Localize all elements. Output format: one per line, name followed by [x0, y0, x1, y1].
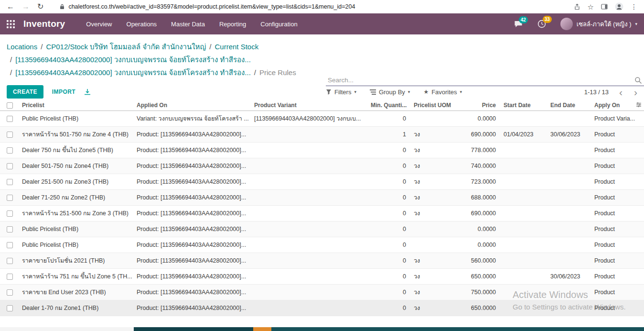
optional-columns-toggle-icon[interactable] [635, 102, 644, 111]
cell-min-quantity[interactable]: 0 [367, 158, 410, 174]
cell-price[interactable]: 740.0000 [456, 158, 500, 174]
cell-start-date[interactable] [500, 111, 547, 127]
cell-pricelist[interactable]: Public Pricelist (THB) [18, 111, 133, 127]
pager-previous-icon[interactable]: ‹ [619, 87, 623, 97]
row-checkbox[interactable] [7, 289, 13, 296]
table-row[interactable]: ราคาหน้าร้าน 501-750 กม Zone 4 (THB) Pro… [0, 127, 644, 143]
cell-end-date[interactable] [547, 300, 590, 316]
select-all-cell[interactable] [0, 102, 18, 111]
cell-end-date[interactable] [547, 174, 590, 190]
cell-apply-on[interactable]: Product [590, 174, 635, 190]
cell-apply-on[interactable]: Product [590, 253, 635, 269]
cell-applied-on[interactable]: Product: [113596694403AA428002000]... [133, 174, 250, 190]
cell-start-date[interactable] [500, 221, 547, 237]
cell-start-date[interactable] [500, 237, 547, 253]
row-checkbox-cell[interactable] [0, 158, 18, 174]
address-bar[interactable]: chaletforest.co.th/web#active_id=83597&m… [51, 3, 566, 10]
cell-start-date[interactable] [500, 174, 547, 190]
cell-price[interactable]: 650.0000 [456, 269, 500, 285]
cell-applied-on[interactable]: Product: [113596694403AA428002000]... [133, 253, 250, 269]
cell-apply-on[interactable]: Product [590, 206, 635, 221]
cell-price[interactable]: 0.0000 [456, 237, 500, 253]
row-checkbox-cell[interactable] [0, 190, 18, 206]
cell-applied-on[interactable]: Product: [113596694403AA428002000]... [133, 158, 250, 174]
browser-back-icon[interactable]: ← [7, 3, 14, 11]
cell-pricelist-uom[interactable]: วง [410, 206, 456, 221]
browser-menu-dots-icon[interactable]: ⋮ [631, 3, 637, 10]
cell-applied-on[interactable]: Product: [113596694403AA428002000]... [133, 190, 250, 206]
row-checkbox[interactable] [7, 226, 13, 232]
cell-applied-on[interactable]: Product: [113596694403AA428002000]... [133, 285, 250, 300]
cell-product-variant[interactable] [250, 221, 367, 237]
column-header[interactable]: Start Date [500, 102, 547, 111]
row-checkbox[interactable] [7, 116, 13, 122]
cell-product-variant[interactable] [250, 190, 367, 206]
browser-refresh-icon[interactable]: ↻ [37, 3, 43, 11]
cell-product-variant[interactable] [250, 174, 367, 190]
menu-item[interactable]: Master Data [171, 21, 205, 28]
cell-start-date[interactable] [500, 269, 547, 285]
cell-pricelist-uom[interactable]: วง [410, 269, 456, 285]
cell-applied-on[interactable]: Product: [113596694403AA428002000]... [133, 206, 250, 221]
column-header[interactable]: Min. Quanti... [367, 102, 410, 111]
row-checkbox[interactable] [7, 163, 13, 169]
cell-price[interactable]: 0.0000 [456, 221, 500, 237]
cell-product-variant[interactable] [250, 127, 367, 143]
cell-apply-on[interactable]: Product [590, 269, 635, 285]
cell-end-date[interactable] [547, 143, 590, 158]
cell-price[interactable]: 560.0000 [456, 253, 500, 269]
row-checkbox-cell[interactable] [0, 221, 18, 237]
cell-pricelist[interactable]: Public Pricelist (THB) [18, 221, 133, 237]
row-checkbox[interactable] [7, 242, 13, 248]
cell-pricelist-uom[interactable] [410, 111, 456, 127]
cell-apply-on[interactable]: Product [590, 127, 635, 143]
import-button[interactable]: IMPORT [52, 88, 75, 95]
cell-min-quantity[interactable]: 0 [367, 174, 410, 190]
cell-start-date[interactable] [500, 285, 547, 300]
breadcrumb-link[interactable]: Locations [7, 43, 37, 51]
cell-apply-on[interactable]: Product [590, 285, 635, 300]
cell-apply-on[interactable]: Product [590, 190, 635, 206]
cell-end-date[interactable] [547, 285, 590, 300]
browser-forward-icon[interactable]: → [22, 3, 30, 11]
cell-pricelist[interactable]: ราคาหน้าร้าน 751 กม ขึ้นไป Zone 5 (TH... [18, 269, 133, 285]
cell-apply-on[interactable]: Product Varia... [590, 111, 635, 127]
cell-min-quantity[interactable]: 0 [367, 285, 410, 300]
url-text[interactable]: chaletforest.co.th/web#active_id=83597&m… [68, 3, 355, 10]
cell-pricelist[interactable]: ราคาหน้าร้าน 501-750 กม Zone 4 (THB) [18, 127, 133, 143]
cell-pricelist[interactable]: Dealer 251-500 กม Zone3 (THB) [18, 174, 133, 190]
cell-price[interactable]: 0.0000 [456, 111, 500, 127]
cell-pricelist[interactable]: Public Pricelist (THB) [18, 237, 133, 253]
cell-pricelist-uom[interactable]: วง [410, 300, 456, 316]
row-checkbox[interactable] [7, 179, 13, 185]
activities-clock-icon[interactable]: 33 [537, 20, 546, 28]
column-header[interactable]: Product Variant [250, 102, 367, 111]
breadcrumb-link[interactable]: Current Stock [215, 43, 258, 51]
cell-price[interactable]: 690.0000 [456, 127, 500, 143]
row-checkbox-cell[interactable] [0, 143, 18, 158]
row-checkbox-cell[interactable] [0, 174, 18, 190]
cell-min-quantity[interactable]: 0 [367, 300, 410, 316]
cell-apply-on[interactable]: Product [590, 158, 635, 174]
cell-product-variant[interactable] [250, 285, 367, 300]
cell-pricelist-uom[interactable]: วง [410, 158, 456, 174]
column-header[interactable]: End Date [547, 102, 590, 111]
table-row[interactable]: Public Pricelist (THB) Variant: วงกบเบญจ… [0, 111, 644, 127]
cell-product-variant[interactable] [250, 143, 367, 158]
cell-start-date[interactable] [500, 206, 547, 221]
menu-item[interactable]: Overview [86, 21, 112, 28]
cell-applied-on[interactable]: Product: [113596694403AA428002000]... [133, 221, 250, 237]
row-checkbox-cell[interactable] [0, 269, 18, 285]
row-checkbox-cell[interactable] [0, 237, 18, 253]
menu-item[interactable]: Configuration [260, 21, 297, 28]
row-checkbox-cell[interactable] [0, 253, 18, 269]
cell-apply-on[interactable]: Product [590, 221, 635, 237]
row-checkbox-cell[interactable] [0, 111, 18, 127]
row-checkbox-cell[interactable] [0, 300, 18, 316]
cell-min-quantity[interactable]: 0 [367, 237, 410, 253]
cell-pricelist[interactable]: Dealer 750 กม ขึ้นไป Zone5 (THB) [18, 143, 133, 158]
user-menu[interactable]: เซลล์-ภาคใต้ (หญิง ) ▾ [560, 18, 637, 30]
row-checkbox[interactable] [7, 210, 13, 217]
cell-min-quantity[interactable]: 0 [367, 253, 410, 269]
table-row[interactable]: Dealer 251-500 กม Zone3 (THB) Product: [… [0, 174, 644, 190]
